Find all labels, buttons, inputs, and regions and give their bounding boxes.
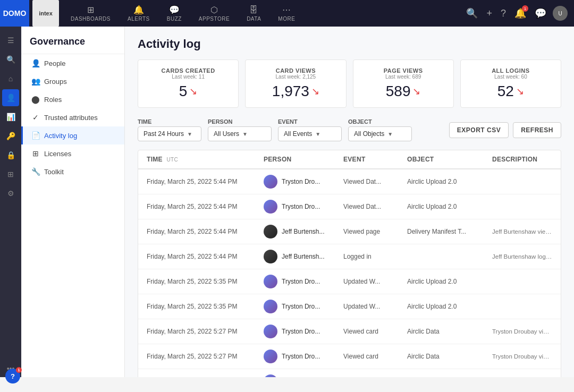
cell-object: Airclic Upload 2.0 — [407, 203, 492, 210]
sidebar-item-toolkit[interactable]: 🔧 Toolkit — [21, 163, 124, 181]
table-header: Time UTC Person Event Object Description — [138, 150, 561, 169]
icon-rail: ☰ 🔍 ⌂ 👤 📊 🔑 🔒 ⊞ ⚙ ••• — [0, 27, 21, 377]
activity-log-icon: 📄 — [31, 131, 40, 140]
nav-dashboards[interactable]: ⊞ Dashboards — [62, 0, 119, 27]
cell-event: Viewed card — [343, 353, 407, 360]
refresh-button[interactable]: Refresh — [513, 122, 561, 138]
cell-description: Tryston Droubay viewed card Airclic Data… — [492, 328, 552, 335]
cell-time: Friday, March 25, 2022 5:44 PM — [147, 228, 264, 235]
page-title: Activity log — [138, 37, 561, 51]
rail-chart-icon[interactable]: 📊 — [2, 108, 19, 125]
chevron-down-icon: ▼ — [387, 131, 393, 137]
table-row[interactable]: Friday, March 25, 2022 5:35 PM Tryston D… — [138, 269, 561, 294]
rail-governance-icon[interactable]: 👤 — [2, 89, 19, 106]
table-row[interactable]: Friday, March 25, 2022 5:35 PM Tryston D… — [138, 294, 561, 319]
cell-person: Jeff Burtensh... — [264, 250, 343, 263]
sidebar-item-groups[interactable]: 👥 Groups — [21, 72, 124, 90]
cell-person: Tryston Dro... — [264, 325, 343, 338]
filter-event-select[interactable]: All Events ▼ — [278, 126, 342, 141]
sidebar-item-activity-log[interactable]: 📄 Activity log — [21, 126, 124, 144]
main-layout: ☰ 🔍 ⌂ 👤 📊 🔑 🔒 ⊞ ⚙ ••• Governance 👤 Peopl… — [0, 27, 574, 377]
cell-event: Updated W... — [343, 278, 407, 285]
rail-lock-icon[interactable]: 🔒 — [2, 147, 19, 164]
cell-event: Viewed Dat... — [343, 203, 407, 210]
table-row[interactable]: Friday, March 25, 2022 5:44 PM Tryston D… — [138, 194, 561, 219]
cell-time: Friday, March 25, 2022 5:44 PM — [147, 203, 264, 210]
cell-time: Friday, March 25, 2022 5:27 PM — [147, 353, 264, 360]
filter-person-select[interactable]: All Users ▼ — [208, 126, 272, 141]
nav-appstore[interactable]: ⬡ Appstore — [190, 0, 238, 27]
person-name: Tryston Dro... — [282, 278, 320, 285]
notifications-button[interactable]: 🔔 1 — [512, 5, 528, 21]
help-button[interactable]: ? — [499, 6, 508, 21]
sidebar: Governance 👤 People 👥 Groups ⬤ Roles ✓ T… — [21, 27, 125, 377]
col-event: Event — [343, 156, 407, 163]
person-avatar — [264, 300, 277, 313]
sidebar-item-trusted-attributes[interactable]: ✓ Trusted attributes — [21, 108, 124, 126]
cell-person: Jeff Burtensh... — [264, 225, 343, 238]
person-avatar — [264, 374, 277, 377]
alerts-icon: 🔔 — [133, 5, 145, 15]
filter-object-select[interactable]: All Objects ▼ — [348, 126, 412, 141]
table-row[interactable]: Friday, March 25, 2022 5:27 PM Tryston D… — [138, 319, 561, 344]
filter-time-select[interactable]: Past 24 Hours ▼ — [138, 126, 201, 141]
arrow-down-icon: ↘ — [412, 86, 420, 97]
nav-alerts[interactable]: 🔔 Alerts — [119, 0, 158, 27]
nav-more[interactable]: ⋯ More — [269, 0, 303, 27]
person-name: Tryston Dro... — [282, 303, 320, 310]
cell-person: Tryston Dro... — [264, 275, 343, 288]
person-avatar — [264, 275, 277, 288]
nav-right-actions: 🔍 + ? 🔔 1 💬 U — [464, 5, 574, 21]
cell-event: Viewed page — [343, 228, 407, 235]
person-avatar — [264, 225, 277, 238]
rail-home-icon[interactable]: ⌂ — [2, 70, 19, 87]
filters-right-actions: Export CSV Refresh — [449, 122, 561, 138]
chevron-down-icon: ▼ — [187, 131, 192, 137]
filters-row: Time Past 24 Hours ▼ Person All Users ▼ … — [138, 118, 561, 141]
sidebar-item-roles[interactable]: ⬤ Roles — [21, 90, 124, 108]
filter-person-label: Person — [208, 118, 272, 125]
cell-person: Tryston Dro... — [264, 175, 343, 189]
table-row[interactable]: Friday, March 25, 2022 5:27 PM Tryston D… — [138, 344, 561, 369]
brand-logo[interactable]: intex — [32, 0, 59, 27]
nav-buzz[interactable]: 💬 Buzz — [158, 0, 190, 27]
add-button[interactable]: + — [484, 6, 494, 21]
cell-event: Viewed card — [343, 328, 407, 335]
data-icon: 🗄 — [249, 5, 258, 15]
rail-key-icon[interactable]: 🔑 — [2, 127, 19, 144]
domo-logo[interactable]: DOMO — [0, 0, 29, 27]
filter-time-group: Time Past 24 Hours ▼ — [138, 118, 201, 141]
col-person: Person — [264, 156, 343, 163]
cell-person: Tryston Dro... — [264, 300, 343, 313]
stats-row: Cards Created Last week: 11 5 ↘ Card Vie… — [138, 59, 561, 108]
chevron-down-icon: ▼ — [315, 131, 320, 137]
nav-data[interactable]: 🗄 Data — [238, 0, 269, 27]
cell-person: Tryston Dro... — [264, 374, 343, 377]
export-csv-button[interactable]: Export CSV — [449, 122, 509, 138]
buzz-icon: 💬 — [169, 5, 180, 15]
rail-filter-icon[interactable]: ⚙ — [2, 185, 19, 202]
cell-object: Airclic Upload 2.0 — [407, 278, 492, 285]
table-row[interactable]: Friday, March 25, 2022 5:44 PM Jeff Burt… — [138, 244, 561, 269]
person-name: Tryston Dro... — [282, 178, 320, 185]
sidebar-item-people[interactable]: 👤 People — [21, 54, 124, 72]
table-body: Friday, March 25, 2022 5:44 PM Tryston D… — [138, 169, 561, 377]
chat-button[interactable]: 💬 — [533, 5, 548, 21]
rail-menu-icon[interactable]: ☰ — [2, 32, 19, 49]
table-row[interactable]: Friday, March 25, 2022 5:44 PM Jeff Burt… — [138, 219, 561, 244]
chevron-down-icon: ▼ — [242, 131, 248, 137]
rail-grid-icon[interactable]: ⊞ — [2, 166, 19, 183]
sidebar-item-licenses[interactable]: ⊞ Licenses — [21, 144, 124, 163]
user-avatar[interactable]: U — [553, 6, 568, 21]
people-icon: 👤 — [31, 59, 40, 67]
filter-time-label: Time — [138, 118, 201, 125]
help-chat-button[interactable]: ? 1 — [5, 369, 20, 384]
cell-time: Friday, March 25, 2022 5:44 PM — [147, 253, 264, 260]
table-row[interactable]: Friday, March 25, 2022 5:27 PM Tryston D… — [138, 369, 561, 377]
table-row[interactable]: Friday, March 25, 2022 5:44 PM Tryston D… — [138, 169, 561, 194]
appstore-icon: ⬡ — [210, 5, 218, 15]
stat-card-views: Card Views Last week: 2,125 1,973 ↘ — [245, 59, 346, 108]
person-name: Tryston Dro... — [282, 353, 320, 360]
search-button[interactable]: 🔍 — [464, 5, 480, 21]
rail-search-icon[interactable]: 🔍 — [2, 51, 19, 68]
